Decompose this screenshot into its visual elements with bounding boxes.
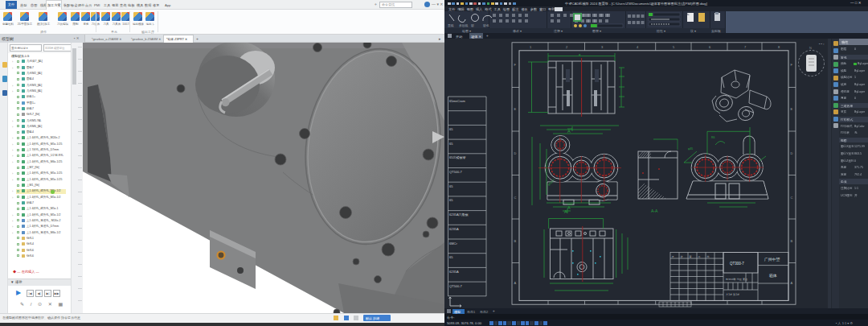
svg-text:校: 校 xyxy=(680,255,683,258)
svg-text:φ35: φ35 xyxy=(688,147,693,151)
svg-text:审: 审 xyxy=(690,255,692,258)
svg-text:N: N xyxy=(809,46,812,50)
svg-text:A: A xyxy=(564,209,567,214)
svg-text:箱体: 箱体 xyxy=(769,273,777,279)
svg-text:广州中望: 广州中望 xyxy=(764,257,780,262)
svg-text:多段线: 多段线 xyxy=(459,23,469,27)
svg-text:QT300-7: QT300-7 xyxy=(730,262,744,266)
svg-text:批: 批 xyxy=(707,255,710,258)
svg-text:A: A xyxy=(567,129,571,134)
svg-text:标记处数 分区 更改: 标记处数 分区 更改 xyxy=(725,278,748,281)
svg-text:R6: R6 xyxy=(711,136,715,139)
svg-text:圆弧: 圆弧 xyxy=(483,23,489,27)
svg-text:A: A xyxy=(567,205,571,210)
svg-text:φ: φ xyxy=(579,53,581,56)
svg-text:圆: 圆 xyxy=(471,24,474,27)
svg-text:A-A: A-A xyxy=(651,208,658,213)
svg-text:共1张 第1张: 共1张 第1张 xyxy=(726,293,739,296)
svg-text:直线: 直线 xyxy=(447,23,454,27)
svg-text:设: 设 xyxy=(672,255,674,258)
svg-text:工: 工 xyxy=(698,255,701,258)
